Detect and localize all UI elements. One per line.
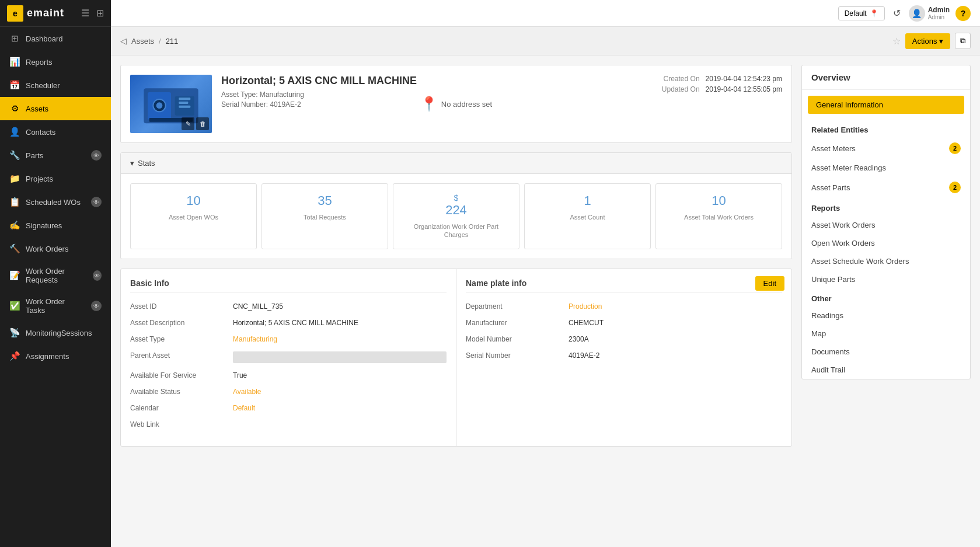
updated-date-row: Updated On 2019-04-04 12:55:05 pm: [662, 85, 782, 93]
info-row: Available For ServiceTrue: [130, 371, 447, 379]
favorite-icon[interactable]: ☆: [892, 36, 901, 47]
overview-other-item[interactable]: Audit Trail: [802, 361, 970, 379]
help-button[interactable]: ?: [955, 6, 971, 21]
stats-header[interactable]: ▾ Stats: [121, 153, 791, 174]
delete-image-button[interactable]: 🗑: [196, 117, 209, 130]
info-row: Web Link: [130, 420, 447, 428]
sidebar-item-work-order-requests[interactable]: 📝 Work Order Requests 👁: [0, 260, 111, 291]
info-row: DepartmentProduction: [466, 302, 782, 311]
overview-item-label: Readings: [811, 311, 843, 320]
menu-icon[interactable]: ☰: [81, 8, 89, 19]
updated-value: 2019-04-04 12:55:05 pm: [706, 85, 782, 93]
info-row: ManufacturerCHEMCUT: [466, 319, 782, 327]
overview-item-label: Map: [811, 329, 826, 338]
stat-value: $ 224: [403, 193, 510, 218]
info-value[interactable]: Production: [569, 302, 782, 311]
sidebar-item-monitoringsessions[interactable]: 📡 MonitoringSessions: [0, 321, 111, 344]
info-value[interactable]: Available: [233, 388, 447, 396]
stat-card[interactable]: 10 Asset Total Work Orders: [655, 183, 782, 249]
nav-icon: 🔧: [9, 150, 20, 161]
nav-label: Reports: [26, 58, 53, 67]
overview-item-label: Asset Meters: [811, 144, 856, 153]
nav-icon: 📝: [9, 270, 20, 281]
actions-button[interactable]: Actions ▾: [905, 33, 950, 49]
general-information-item[interactable]: General Information: [808, 96, 964, 114]
info-label: Web Link: [130, 420, 224, 428]
sidebar-item-reports[interactable]: 📊 Reports: [0, 50, 111, 74]
sidebar-item-scheduled-wos[interactable]: 📋 Scheduled WOs 👁: [0, 190, 111, 214]
overview-report-item[interactable]: Asset Schedule Work Orders: [802, 252, 970, 270]
overview-report-item[interactable]: Asset Work Orders: [802, 216, 970, 234]
sidebar-item-signatures[interactable]: ✍ Signatures: [0, 214, 111, 237]
other-title: Other: [802, 288, 970, 306]
info-row: CalendarDefault: [130, 404, 447, 412]
sidebar-item-assets[interactable]: ⚙ Assets: [0, 97, 111, 120]
history-icon[interactable]: ↺: [891, 5, 903, 21]
info-label: Department: [466, 302, 559, 311]
sidebar-item-contacts[interactable]: 👤 Contacts: [0, 120, 111, 144]
stat-label: Asset Open WOs: [140, 213, 247, 221]
asset-type-label: Asset Type:: [221, 90, 257, 99]
info-row: Model Number2300A: [466, 335, 782, 343]
asset-header: ✎ 🗑 Horizontal; 5 AXIS CNC MILL MACHINE …: [120, 65, 792, 143]
info-grid: Basic Info Asset IDCNC_MILL_735Asset Des…: [121, 269, 791, 446]
breadcrumb-assets[interactable]: Assets: [131, 37, 154, 46]
stat-card[interactable]: 10 Asset Open WOs: [130, 183, 257, 249]
edit-image-button[interactable]: ✎: [182, 117, 194, 130]
overview-report-item[interactable]: Unique Parts: [802, 270, 970, 288]
sidebar-item-dashboard[interactable]: ⊞ Dashboard: [0, 27, 111, 50]
overview-related-item[interactable]: Asset Meters 2: [802, 138, 970, 159]
info-value[interactable]: Manufacturing: [233, 335, 447, 343]
stat-card[interactable]: $ 224 Organization Work Order Part Charg…: [393, 183, 519, 249]
info-label: Asset ID: [130, 302, 224, 311]
related-items: Asset Meters 2Asset Meter Readings Asset…: [802, 138, 970, 198]
overview-item-label: Asset Schedule Work Orders: [811, 257, 909, 266]
stats-grid: 10 Asset Open WOs35 Total Requests $ 224…: [121, 174, 791, 259]
info-value-bar: [233, 351, 447, 363]
default-location-button[interactable]: Default 📍: [838, 6, 885, 20]
breadcrumb-current: 211: [166, 37, 179, 46]
stat-label: Asset Count: [534, 213, 641, 221]
topbar: Default 📍 ↺ 👤 Admin Admin ?: [111, 0, 980, 27]
stat-label: Asset Total Work Orders: [665, 213, 772, 221]
stat-value: 35: [271, 193, 378, 208]
sidebar-item-projects[interactable]: 📁 Projects: [0, 167, 111, 190]
overview-badge: 2: [949, 182, 961, 193]
sidebar-item-parts[interactable]: 🔧 Parts 👁: [0, 144, 111, 167]
overview-other-item[interactable]: Map: [802, 325, 970, 343]
asset-image: ✎ 🗑: [130, 75, 212, 133]
overview-related-item[interactable]: Asset Meter Readings: [802, 159, 970, 177]
info-row: Asset IDCNC_MILL_735: [130, 302, 447, 311]
nav-icon: 🔨: [9, 243, 20, 254]
info-row: Parent Asset: [130, 351, 447, 363]
grid-icon[interactable]: ⊞: [96, 8, 104, 19]
info-value: Horizontal; 5 AXIS CNC MILL MACHINE: [233, 319, 447, 327]
location-icon: 📍: [870, 9, 878, 18]
overview-other-item[interactable]: Documents: [802, 343, 970, 361]
nav-icon: 📊: [9, 57, 20, 67]
info-row: Asset DescriptionHorizontal; 5 AXIS CNC …: [130, 319, 447, 327]
created-date-row: Created On 2019-04-04 12:54:23 pm: [662, 75, 782, 83]
sidebar-nav: ⊞ Dashboard 📊 Reports 📅 Scheduler ⚙ Asse…: [0, 27, 111, 368]
content-area: ◁ Assets / 211 ☆ Actions ▾ ⧉: [111, 27, 980, 547]
back-icon[interactable]: ◁: [120, 36, 127, 46]
user-role: Admin: [928, 14, 950, 20]
edit-button[interactable]: Edit: [755, 276, 784, 291]
stats-label: Stats: [138, 159, 155, 168]
related-entities-title: Related Entities: [802, 120, 970, 138]
overview-other-item[interactable]: Readings: [802, 306, 970, 325]
created-label: Created On: [664, 75, 700, 83]
sidebar-item-work-order-tasks[interactable]: ✅ Work Order Tasks 👁: [0, 291, 111, 321]
sidebar-item-assignments[interactable]: 📌 Assignments: [0, 344, 111, 368]
overview-report-item[interactable]: Open Work Orders: [802, 234, 970, 252]
sidebar-item-scheduler[interactable]: 📅 Scheduler: [0, 74, 111, 97]
overview-related-item[interactable]: Asset Parts 2: [802, 177, 970, 198]
stat-label: Organization Work Order Part Charges: [403, 222, 510, 239]
sidebar-item-work-orders[interactable]: 🔨 Work Orders: [0, 237, 111, 260]
sidebar-logo[interactable]: e emaint: [7, 5, 64, 22]
stat-card[interactable]: 35 Total Requests: [261, 183, 388, 249]
nav-icon: ⚙: [9, 103, 20, 114]
info-value[interactable]: Default: [233, 404, 447, 412]
stat-card[interactable]: 1 Asset Count: [524, 183, 651, 249]
copy-button[interactable]: ⧉: [955, 33, 971, 49]
